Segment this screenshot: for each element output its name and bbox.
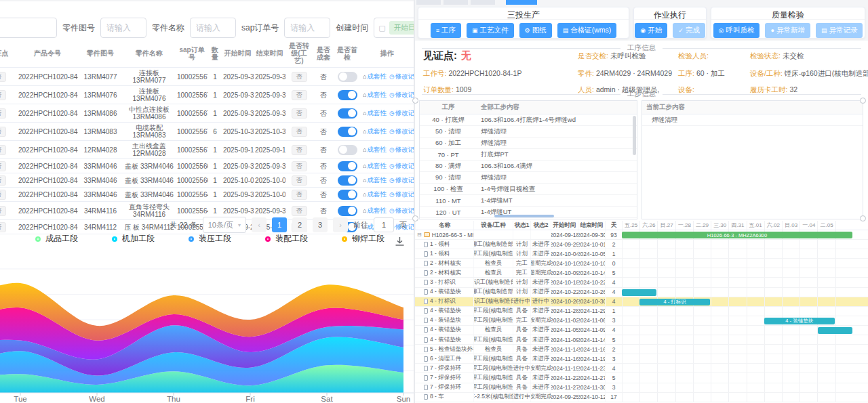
- enable-toggle[interactable]: [338, 127, 357, 137]
- enable-toggle[interactable]: [338, 72, 357, 82]
- prev-page-button[interactable]: ‹: [252, 217, 267, 232]
- modify-record-link[interactable]: ◷修改记录: [389, 162, 414, 169]
- completeness-link[interactable]: ⌂成套性: [363, 176, 387, 184]
- enable-toggle[interactable]: [338, 145, 357, 155]
- gantt-row[interactable]: 4 - 装锚垫块铆焊工段(核电制造部)具备未进序2024-11-282024-1…: [415, 307, 868, 316]
- completeness-link[interactable]: ⌂成套性: [363, 146, 387, 153]
- 图纸-button[interactable]: ⚙图纸: [519, 23, 552, 38]
- gantt-date-label: 五.25: [622, 221, 639, 230]
- enable-toggle[interactable]: [338, 108, 357, 119]
- transfer-badge-cell: 否: [285, 86, 313, 104]
- gantt-row[interactable]: 4 - 装锚垫块铆焊工段(核电制造部)完工按期完成2024-11-022024-…: [415, 316, 868, 326]
- gantt-row[interactable]: 7 - 焊保持环铆焊工段(核电制造部)具备未进序2024-11-272024-1…: [415, 383, 868, 393]
- 完成-button[interactable]: ✓完成: [673, 23, 705, 38]
- enable-toggle[interactable]: [338, 206, 357, 216]
- completeness-link[interactable]: ⌂成套性: [363, 162, 387, 169]
- completeness-link[interactable]: ⌂成套性: [363, 91, 387, 98]
- tab-stub-3[interactable]: [471, 0, 495, 5]
- tab-stub-1[interactable]: [416, 0, 441, 5]
- modify-record-link[interactable]: ◷修改记录: [389, 109, 414, 116]
- resize-handle[interactable]: [860, 98, 866, 104]
- enable-toggle[interactable]: [338, 161, 357, 171]
- date-start-placeholder[interactable]: 开始日期: [389, 21, 414, 35]
- gantt-row[interactable]: 1 - 领料铆工(核电制造部)计划未进序2024-09-292024-10-01…: [415, 240, 868, 249]
- gantt-row[interactable]: 3 - 打标识标识工(核电制造部)计划未进序2024-10-182024-10-…: [415, 278, 868, 287]
- gantt-bar[interactable]: 4 - 装锚垫块: [764, 318, 835, 324]
- gantt-row[interactable]: 4 - 装锚垫块检查员具备未进序2024-11-052024-11-094: [415, 326, 868, 335]
- sap-order-input[interactable]: [284, 18, 330, 38]
- tab-stub-2[interactable]: [443, 0, 468, 5]
- gantt-status2: 按期完成: [530, 316, 551, 325]
- resize-handle[interactable]: [412, 98, 418, 104]
- gantt-bar[interactable]: 4 - 打标识: [639, 299, 710, 305]
- completeness-link[interactable]: ⌂成套性: [363, 127, 387, 135]
- part-drawing-no: 33RM4046: [78, 173, 123, 188]
- page-button-1[interactable]: 1: [272, 217, 287, 232]
- completeness-link[interactable]: ⌂成套性: [363, 190, 387, 198]
- date-range-picker[interactable]: ▢ 开始日期 - 结束日期: [374, 18, 414, 38]
- modify-record-link[interactable]: ◷修改记录: [389, 146, 414, 153]
- gantt-row[interactable]: 4 - 打标识标识工(核电制造部)进行中进行中2024-10-262024-10…: [415, 297, 868, 307]
- gantt-row[interactable]: ⊟H1026-66-3 - MHZ2A63002024-09-182024-09…: [415, 230, 868, 240]
- enable-toggle[interactable]: [338, 175, 357, 186]
- legend-item[interactable]: 成品工段: [35, 233, 78, 245]
- resize-handle[interactable]: [860, 215, 866, 221]
- modify-record-link[interactable]: ◷修改记录: [389, 207, 414, 214]
- enable-toggle[interactable]: [338, 90, 357, 100]
- witness-badge-cell: 否: [0, 68, 17, 86]
- gantt-days: 3: [605, 354, 622, 363]
- gantt-row[interactable]: 4 - 装锚垫块铆焊工段(核电制造部)具备未进序2024-11-092024-1…: [415, 335, 868, 345]
- resize-handle[interactable]: [412, 215, 418, 221]
- gantt-bar[interactable]: [818, 327, 852, 334]
- page-button-2[interactable]: 2: [292, 217, 307, 232]
- enable-toggle[interactable]: [338, 190, 357, 200]
- page-size-select[interactable]: 10条/页▾: [203, 217, 246, 233]
- modify-record-link[interactable]: ◷修改记录: [389, 127, 414, 135]
- next-page-button[interactable]: ›: [333, 217, 348, 232]
- legend-item[interactable]: 机加工段: [112, 233, 155, 245]
- page-button-3[interactable]: 3: [313, 217, 328, 232]
- download-icon[interactable]: [395, 236, 405, 249]
- gantt-row[interactable]: 6 - 清理工件铆焊工段(核电制造部)具备未进序2024-11-162024-1…: [415, 354, 868, 364]
- modify-record-link[interactable]: ◷修改记录: [389, 91, 414, 98]
- gantt-row[interactable]: 5 - 检查锚垫块外径检查员具备未进序2024-11-142024-11-162: [415, 345, 868, 354]
- 呼叫质检-button[interactable]: ◎呼叫质检: [713, 23, 760, 38]
- completeness-link[interactable]: ⌂成套性: [363, 72, 387, 80]
- modify-record-link[interactable]: ◷修改记录: [389, 176, 414, 184]
- gantt-row[interactable]: 2 - 材料核实检查员完工超期完成2024-10-102024-10-100: [415, 259, 868, 268]
- part-name-input[interactable]: [190, 18, 236, 38]
- gantt-row[interactable]: 2 - 材料核实检查员完工超期完成2024-10-092024-10-145: [415, 268, 868, 278]
- collapse-icon[interactable]: ⊟: [417, 232, 422, 238]
- completeness-link[interactable]: ⌂成套性: [363, 109, 387, 116]
- part-drawing-input[interactable]: [100, 18, 146, 38]
- sap-order-no: 10002556731: [176, 86, 208, 104]
- 工序-button[interactable]: ≡工序: [431, 23, 461, 38]
- step-content: 1-4号焊缝目视检查: [477, 185, 637, 194]
- gantt-start-date: 2024-10-22: [551, 288, 578, 297]
- modify-record-link[interactable]: ◷修改记录: [389, 72, 414, 80]
- tab-stub-active[interactable]: [506, 0, 537, 5]
- filter-input-cut[interactable]: [0, 18, 57, 38]
- 工艺文件-button[interactable]: ▣工艺文件: [467, 23, 514, 38]
- legend-item[interactable]: 装压工段: [189, 233, 231, 245]
- 异常记录-button[interactable]: ▤异常记录: [816, 23, 863, 38]
- gantt-bar[interactable]: [622, 289, 656, 296]
- horizontal-scrollbar[interactable]: [494, 215, 554, 217]
- modify-record-link[interactable]: ◷修改记录: [389, 190, 414, 198]
- 异常新增-button[interactable]: ●异常新增: [765, 23, 810, 38]
- gantt-row[interactable]: 1 - 领料铆焊工段(核电制造部)计划未进序2024-10-042024-10-…: [415, 249, 868, 259]
- gantt-row[interactable]: 4 - 装锚垫块铆工(核电制造部)计划未进序2024-10-222024-10-…: [415, 288, 868, 297]
- gantt-bar[interactable]: H1026-66-3 - MHZ2A6300: [622, 232, 852, 238]
- legend-item[interactable]: 铆焊工段: [342, 233, 384, 245]
- completeness-link[interactable]: ⌂成套性: [363, 207, 387, 214]
- 开始-button[interactable]: ◉开始: [635, 23, 667, 38]
- legend-item[interactable]: 装配工段: [265, 233, 308, 245]
- gantt-row[interactable]: 8 - 车立车-2.5米(核电制造部)进行中按期完成2024-09-252024…: [415, 393, 868, 402]
- gantt-row[interactable]: 7 - 焊保持环铆焊工段(核电制造部)进行中按期完成2024-11-192024…: [415, 364, 868, 373]
- vertical-scrollbar[interactable]: [633, 116, 636, 155]
- quantity: 1: [208, 159, 222, 173]
- 合格证(wms)-button[interactable]: ▤合格证(wms): [557, 23, 617, 38]
- gantt-row[interactable]: 7 - 焊保持环铆焊工段(核电制造部)具备未进序2024-11-222024-1…: [415, 373, 868, 383]
- goto-page-input[interactable]: [374, 217, 394, 232]
- calendar-icon: ▢: [378, 24, 385, 33]
